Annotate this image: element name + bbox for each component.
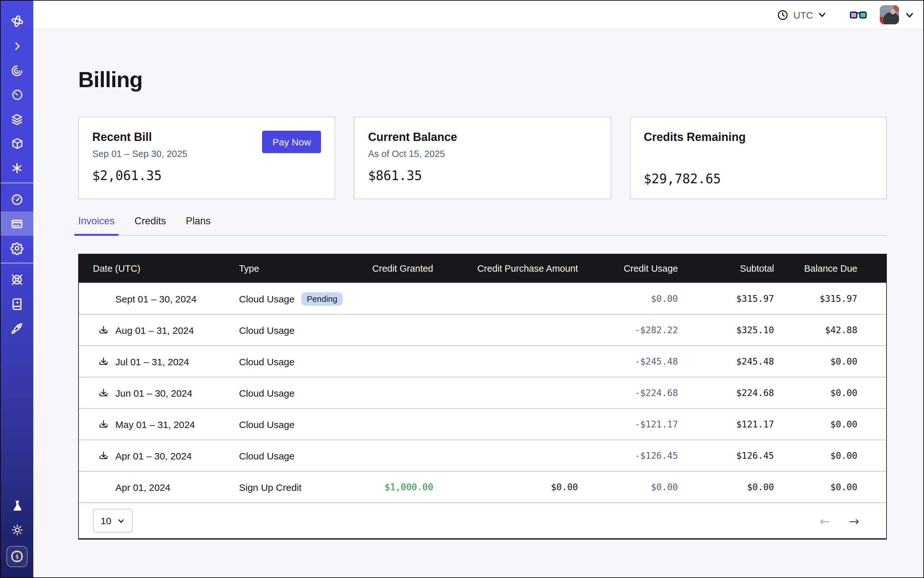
credit-usage: -$121.17 xyxy=(578,419,678,429)
content: Billing Recent Bill Sep 01 – Sep 30, 202… xyxy=(33,29,923,577)
card-current-balance: Current Balance As of Oct 15, 2025 $861.… xyxy=(354,117,611,199)
table-footer: 10 ← → xyxy=(79,502,886,538)
subtotal: $325.10 xyxy=(678,325,774,335)
invoice-date: Jul 01 – 31, 2024 xyxy=(115,356,189,367)
download-invoice-button[interactable] xyxy=(98,356,109,367)
book-sparkle-icon[interactable] xyxy=(1,292,33,316)
table-row: Apr 01, 2024 Sign Up Credit $1,000.00 $0… xyxy=(79,471,886,502)
sidebar: $ xyxy=(1,1,33,577)
invoice-type: Cloud Usage xyxy=(239,387,294,398)
invoice-type: Cloud Usage xyxy=(239,450,294,461)
invoice-date-cell: Apr 01, 2024 xyxy=(79,482,232,492)
flask-icon[interactable] xyxy=(1,494,33,518)
svg-text:$: $ xyxy=(15,553,19,560)
column-header: Credit Granted xyxy=(361,263,433,274)
billing-icon[interactable] xyxy=(1,211,33,236)
column-header: Date (UTC) xyxy=(79,263,232,274)
invoice-type: Cloud Usage xyxy=(239,356,294,367)
invoice-date-cell: Jun 01 – 30, 2024 xyxy=(79,387,232,398)
tab-invoices[interactable]: Invoices xyxy=(78,215,115,235)
subtotal: $126.45 xyxy=(678,450,774,461)
layers-icon[interactable] xyxy=(1,107,33,132)
column-header: Type xyxy=(232,263,361,274)
timer-icon[interactable] xyxy=(1,83,33,107)
invoice-date: Apr 01 – 30, 2024 xyxy=(115,450,192,461)
spiral-icon[interactable] xyxy=(1,58,33,83)
subtotal: $121.17 xyxy=(678,419,774,429)
app-window: $ UTC xyxy=(0,0,924,578)
invoice-date: Jun 01 – 30, 2024 xyxy=(115,387,192,398)
invoice-type-cell: Cloud Usage Pending xyxy=(232,292,361,305)
card-title: Current Balance xyxy=(368,131,597,144)
asterisk-icon[interactable] xyxy=(1,156,33,180)
invoice-date-cell: Aug 01 – 31, 2024 xyxy=(79,325,232,336)
main-area: UTC Billing Recent Bill Sep 01 – xyxy=(33,1,923,577)
invoice-type-cell: Cloud Usage xyxy=(232,419,361,430)
card-credits-remaining: Credits Remaining $29,782.65 xyxy=(630,117,887,199)
balance-due: $0.00 xyxy=(774,419,887,429)
avatar[interactable] xyxy=(880,5,899,24)
chevron-down-icon xyxy=(117,517,125,524)
tab-credits[interactable]: Credits xyxy=(135,215,166,235)
balance-due: $315.97 xyxy=(774,294,887,304)
balance-due: $0.00 xyxy=(774,388,887,398)
pagination-arrows: ← → xyxy=(820,514,859,528)
invoice-date-cell: Sept 01 – 30, 2024 xyxy=(79,293,232,304)
column-header: Credit Usage xyxy=(578,263,678,274)
gear-icon[interactable] xyxy=(1,236,33,260)
balance-due: $0.00 xyxy=(774,482,887,492)
download-invoice-button[interactable] xyxy=(98,387,109,398)
page-size-select[interactable]: 10 xyxy=(93,509,132,533)
invoices-table: Date (UTC) Type Credit Granted Credit Pu… xyxy=(78,254,887,539)
rocket-icon[interactable] xyxy=(1,316,33,340)
topbar: UTC xyxy=(33,1,923,29)
status-badge: Pending xyxy=(301,292,343,305)
page-title: Billing xyxy=(78,67,887,92)
summary-cards: Recent Bill Sep 01 – Sep 30, 2025 $2,061… xyxy=(78,117,887,199)
logo-icon[interactable] xyxy=(1,8,33,34)
arrow-right-icon[interactable]: → xyxy=(849,514,859,528)
card-subtitle: As of Oct 15, 2025 xyxy=(368,149,597,159)
collapse-icon[interactable] xyxy=(1,34,33,58)
table-row: Sept 01 – 30, 2024 Cloud Usage Pending $… xyxy=(79,283,886,314)
chevron-down-icon[interactable] xyxy=(905,10,914,19)
invoice-type: Cloud Usage xyxy=(239,293,294,304)
invoice-type-cell: Cloud Usage xyxy=(232,356,361,367)
column-header: Credit Purchase Amount xyxy=(433,263,578,274)
download-invoice-button[interactable] xyxy=(98,450,109,461)
invoice-date: May 01 – 31, 2024 xyxy=(115,419,195,430)
invoice-type-cell: Cloud Usage xyxy=(232,387,361,398)
sun-icon[interactable] xyxy=(1,518,33,542)
table-row: Jun 01 – 30, 2024 Cloud Usage -$224.68 $… xyxy=(79,377,886,408)
card-amount: $2,061.35 xyxy=(92,168,322,183)
sidebar-divider xyxy=(1,263,33,263)
balance-due: $0.00 xyxy=(774,356,887,367)
credit-usage: $0.00 xyxy=(578,294,678,304)
table-row: May 01 – 31, 2024 Cloud Usage -$121.17 $… xyxy=(79,408,886,440)
dollar-badge-icon[interactable]: $ xyxy=(6,546,28,567)
invoice-date: Apr 01, 2024 xyxy=(115,482,171,492)
invoice-date-cell: Apr 01 – 30, 2024 xyxy=(79,450,232,461)
invoice-type-cell: Cloud Usage xyxy=(232,325,361,336)
arrow-left-icon[interactable]: ← xyxy=(820,514,830,528)
invoice-type-cell: Sign Up Credit xyxy=(232,482,361,492)
cube-icon[interactable] xyxy=(1,132,33,156)
invoice-type: Sign Up Credit xyxy=(239,482,302,492)
timezone-label: UTC xyxy=(793,9,813,20)
balance-due: $42.88 xyxy=(774,325,887,335)
card-amount: $29,782.65 xyxy=(644,171,873,187)
download-invoice-button[interactable] xyxy=(98,419,109,430)
tab-plans[interactable]: Plans xyxy=(186,215,211,235)
credit-usage: $0.00 xyxy=(578,482,678,492)
glasses-icon[interactable] xyxy=(850,9,867,20)
credit-purchase-amount: $0.00 xyxy=(433,482,578,492)
invoice-type: Cloud Usage xyxy=(239,325,294,336)
card-recent-bill: Recent Bill Sep 01 – Sep 30, 2025 $2,061… xyxy=(78,117,335,199)
download-invoice-button[interactable] xyxy=(98,325,109,336)
helm-icon[interactable] xyxy=(1,267,33,292)
subtotal: $0.00 xyxy=(678,482,774,492)
gauge-icon[interactable] xyxy=(1,187,33,211)
table-row: Apr 01 – 30, 2024 Cloud Usage -$126.45 $… xyxy=(79,440,886,471)
pay-now-button[interactable]: Pay Now xyxy=(262,131,322,153)
timezone-selector[interactable]: UTC xyxy=(776,9,827,21)
